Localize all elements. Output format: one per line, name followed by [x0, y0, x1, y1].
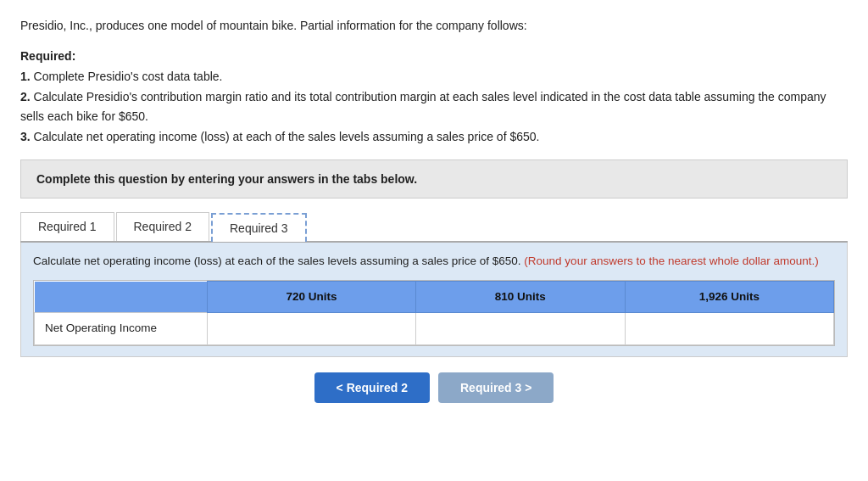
instruction-text: Complete this question by entering your … [36, 172, 417, 186]
input-810[interactable] [421, 320, 619, 336]
prev-button[interactable]: < Required 2 [314, 372, 430, 403]
prev-button-label: < Required 2 [337, 381, 408, 394]
tab-required-2[interactable]: Required 2 [116, 212, 210, 241]
col-header-720: 720 Units [207, 282, 415, 313]
instruction-box: Complete this question by entering your … [20, 159, 848, 199]
col-header-empty [35, 282, 208, 313]
required-item-1: 1. Complete Presidio's cost data table. [20, 70, 222, 83]
next-button-label: Required 3 > [460, 381, 531, 394]
cell-810-input[interactable] [416, 313, 625, 344]
required-item-2: 2. Calculate Presidio's contribution mar… [20, 90, 826, 124]
data-table: 720 Units 810 Units 1,926 Units Net Oper… [34, 281, 834, 345]
tab-description-normal: Calculate net operating income (loss) at… [33, 254, 521, 267]
tab-required-3[interactable]: Required 3 [211, 213, 307, 242]
input-720[interactable] [213, 320, 410, 336]
cell-720-input[interactable] [207, 313, 415, 344]
required-section: Required: 1. Complete Presidio's cost da… [20, 47, 848, 148]
intro-paragraph: Presidio, Inc., produces one model of mo… [20, 17, 848, 35]
tab-required-1[interactable]: Required 1 [20, 212, 114, 241]
cell-1926-input[interactable] [625, 313, 833, 344]
tab-content: Calculate net operating income (loss) at… [20, 243, 848, 357]
table-row: Net Operating Income [35, 313, 834, 344]
data-table-wrapper: 720 Units 810 Units 1,926 Units Net Oper… [33, 280, 835, 346]
tab-description-red: (Round your answers to the nearest whole… [524, 254, 818, 267]
col-header-810: 810 Units [416, 282, 625, 313]
row-label-net-operating-income: Net Operating Income [35, 313, 208, 344]
next-button[interactable]: Required 3 > [438, 372, 554, 403]
required-item-3: 3. Calculate net operating income (loss)… [20, 130, 539, 143]
input-1926[interactable] [631, 320, 828, 336]
tabs-row: Required 1 Required 2 Required 3 [20, 212, 848, 243]
required-title: Required: [20, 49, 75, 63]
col-header-1926: 1,926 Units [625, 282, 833, 313]
nav-buttons: < Required 2 Required 3 > [20, 372, 848, 403]
